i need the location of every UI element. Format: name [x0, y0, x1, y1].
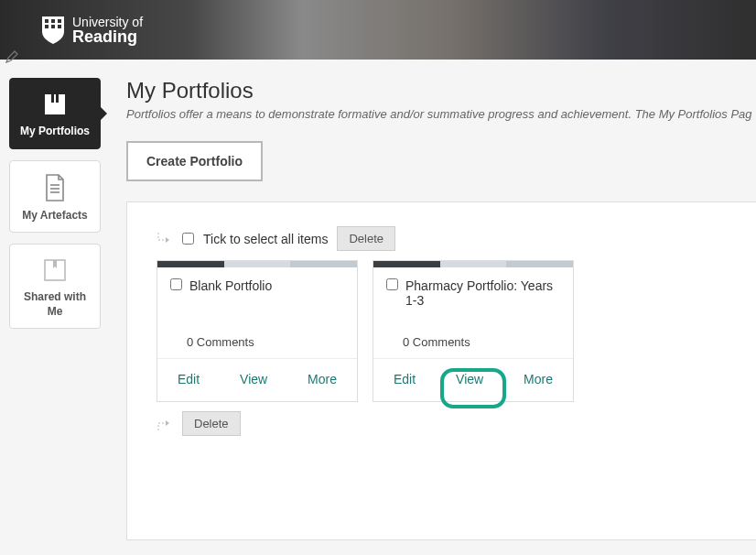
card-select-checkbox[interactable]	[386, 278, 398, 290]
svg-rect-3	[45, 25, 49, 28]
card-edit-link[interactable]: Edit	[170, 368, 207, 390]
card-colour-strip	[157, 261, 357, 267]
app-header: University of Reading	[0, 0, 756, 60]
sidebar-item-label: My Portfolios	[16, 125, 94, 139]
select-all-label: Tick to select all items	[203, 232, 328, 246]
brand-logo: University of Reading	[41, 16, 143, 45]
svg-rect-5	[58, 25, 61, 28]
selection-arrow-icon	[157, 231, 173, 247]
create-portfolio-button[interactable]: Create Portfolio	[126, 141, 263, 181]
brand-line2: Reading	[72, 28, 143, 45]
card-comments-label: Comments	[197, 335, 254, 349]
card-view-link[interactable]: View	[448, 368, 491, 390]
card-edit-link[interactable]: Edit	[386, 368, 423, 390]
select-all-checkbox[interactable]	[182, 233, 194, 245]
selection-arrow-icon	[157, 416, 173, 432]
portfolio-card: Blank Portfolio 0 Comments Edit View Mor…	[157, 260, 358, 402]
card-more-link[interactable]: More	[516, 368, 560, 390]
delete-bottom-button[interactable]: Delete	[182, 411, 241, 436]
portfolio-list-panel: Tick to select all items Delete Blank Po…	[126, 201, 756, 540]
svg-rect-0	[45, 19, 49, 23]
card-title: Blank Portfolio	[189, 278, 272, 293]
svg-rect-8	[56, 94, 59, 103]
svg-rect-6	[45, 94, 65, 114]
card-more-link[interactable]: More	[300, 368, 344, 390]
card-view-link[interactable]: View	[232, 368, 275, 390]
portfolio-icon	[16, 92, 94, 117]
card-comments-count: 0	[187, 335, 193, 349]
shield-icon	[41, 16, 65, 45]
sidebar-item-my-artefacts[interactable]: My Artefacts	[9, 160, 101, 234]
page-description: Portfolios offer a means to demonstrate …	[126, 107, 756, 121]
card-title: Pharmacy Portfolio: Years 1-3	[405, 278, 560, 308]
document-icon	[16, 174, 94, 201]
shared-portfolio-icon	[16, 257, 94, 283]
sidebar-item-shared-with-me[interactable]: Shared with Me	[9, 244, 101, 329]
svg-rect-1	[51, 19, 55, 23]
delete-top-button[interactable]: Delete	[337, 226, 395, 251]
sidebar-item-label: Shared with Me	[16, 290, 94, 319]
main-content: My Portfolios Portfolios offer a means t…	[110, 60, 756, 540]
sidebar-item-my-portfolios[interactable]: My Portfolios	[9, 78, 101, 149]
card-comments-count: 0	[403, 335, 409, 349]
svg-rect-7	[51, 94, 54, 103]
card-comments-label: Comments	[413, 335, 470, 349]
svg-rect-4	[51, 25, 55, 28]
brand-line1: University of	[72, 16, 143, 28]
portfolio-card: Pharmacy Portfolio: Years 1-3 0 Comments…	[373, 260, 574, 402]
svg-rect-2	[58, 19, 61, 23]
page-title: My Portfolios	[126, 78, 756, 103]
card-select-checkbox[interactable]	[170, 278, 182, 290]
edit-pencil-icon[interactable]	[5, 50, 18, 67]
sidebar-item-label: My Artefacts	[16, 209, 94, 223]
sidebar: My Portfolios My Artefacts Shared with M…	[0, 60, 110, 540]
card-colour-strip	[373, 261, 573, 267]
